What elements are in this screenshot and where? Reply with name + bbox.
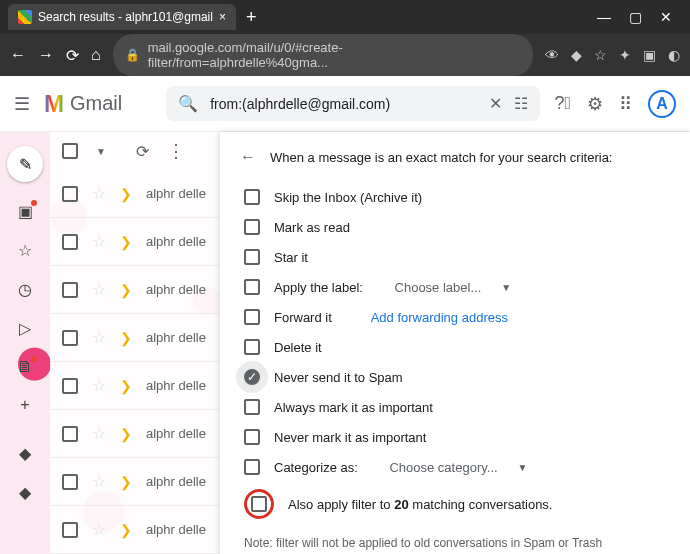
matching-count: 20 bbox=[394, 497, 408, 512]
star-icon[interactable]: ☆ bbox=[92, 424, 106, 443]
inbox-icon[interactable]: ▣ bbox=[18, 202, 33, 221]
checkbox[interactable] bbox=[244, 459, 260, 475]
drafts-icon[interactable]: 🗎 bbox=[17, 358, 33, 376]
main-menu-icon[interactable]: ☰ bbox=[14, 93, 30, 115]
row-checkbox[interactable] bbox=[62, 234, 78, 250]
chevron-down-icon[interactable]: ▼ bbox=[518, 462, 528, 473]
snoozed-icon[interactable]: ◷ bbox=[18, 280, 32, 299]
checkbox[interactable] bbox=[244, 309, 260, 325]
star-icon[interactable]: ☆ bbox=[92, 232, 106, 251]
refresh-icon[interactable]: ⟳ bbox=[136, 142, 149, 161]
gmail-logo[interactable]: M Gmail bbox=[44, 90, 122, 118]
star-icon[interactable]: ☆ bbox=[92, 184, 106, 203]
important-marker-icon[interactable]: ❯ bbox=[120, 522, 132, 538]
checkbox[interactable] bbox=[251, 496, 267, 512]
star-icon[interactable]: ☆ bbox=[92, 328, 106, 347]
important-marker-icon[interactable]: ❯ bbox=[120, 330, 132, 346]
sent-icon[interactable]: ▷ bbox=[19, 319, 31, 338]
star-icon[interactable]: ☆ bbox=[92, 376, 106, 395]
row-checkbox[interactable] bbox=[62, 522, 78, 538]
select-dropdown-icon[interactable]: ▼ bbox=[96, 146, 106, 157]
search-icon[interactable]: 🔍 bbox=[178, 94, 198, 113]
select-all-checkbox[interactable] bbox=[62, 143, 78, 159]
checkbox[interactable] bbox=[244, 249, 260, 265]
option-skip-inbox[interactable]: Skip the Inbox (Archive it) bbox=[240, 182, 670, 212]
eye-extension-icon[interactable]: 👁 bbox=[545, 47, 559, 63]
add-forwarding-link[interactable]: Add forwarding address bbox=[371, 310, 508, 325]
sender: alphr delle bbox=[146, 522, 206, 537]
maximize-button[interactable]: ▢ bbox=[629, 9, 642, 25]
sender: alphr delle bbox=[146, 474, 206, 489]
box-extension-icon[interactable]: ▣ bbox=[643, 47, 656, 63]
label-select[interactable]: Choose label... bbox=[395, 280, 482, 295]
more-menu-icon[interactable]: ⋮ bbox=[167, 140, 185, 162]
highlight-annotation bbox=[244, 489, 274, 519]
gmail-logo-icon: M bbox=[44, 90, 64, 118]
checkbox[interactable] bbox=[244, 279, 260, 295]
back-button[interactable]: ← bbox=[10, 46, 26, 64]
shield-extension-icon[interactable]: ◆ bbox=[571, 47, 582, 63]
gmail-header: ☰ M Gmail 🔍 from:(alphrdelle@gmail.com) … bbox=[0, 76, 690, 132]
option-mark-read[interactable]: Mark as read bbox=[240, 212, 670, 242]
settings-gear-icon[interactable]: ⚙ bbox=[587, 93, 603, 115]
star-icon[interactable]: ☆ bbox=[92, 472, 106, 491]
puzzle-extension-icon[interactable]: ✦ bbox=[619, 47, 631, 63]
star-icon[interactable]: ☆ bbox=[92, 280, 106, 299]
browser-tab[interactable]: Search results - alphr101@gmail × bbox=[8, 4, 236, 30]
label-icon-1[interactable]: ◆ bbox=[19, 444, 31, 463]
checkbox[interactable] bbox=[244, 429, 260, 445]
important-marker-icon[interactable]: ❯ bbox=[120, 186, 132, 202]
url-bar[interactable]: 🔒 mail.google.com/mail/u/0/#create-filte… bbox=[113, 34, 533, 76]
clear-search-icon[interactable]: ✕ bbox=[489, 94, 502, 113]
option-delete-it[interactable]: Delete it bbox=[240, 332, 670, 362]
account-avatar[interactable]: A bbox=[648, 90, 676, 118]
back-arrow-icon[interactable]: ← bbox=[240, 148, 256, 166]
important-marker-icon[interactable]: ❯ bbox=[120, 378, 132, 394]
support-icon[interactable]: ?⃝ bbox=[554, 93, 571, 114]
important-marker-icon[interactable]: ❯ bbox=[120, 234, 132, 250]
close-tab-icon[interactable]: × bbox=[219, 10, 226, 24]
option-apply-label[interactable]: Apply the label: Choose label...▼ bbox=[240, 272, 670, 302]
close-window-button[interactable]: ✕ bbox=[660, 9, 672, 25]
row-checkbox[interactable] bbox=[62, 474, 78, 490]
star-bookmark-icon[interactable]: ☆ bbox=[594, 47, 607, 63]
row-checkbox[interactable] bbox=[62, 282, 78, 298]
search-options-icon[interactable]: ☷ bbox=[514, 94, 528, 113]
row-checkbox[interactable] bbox=[62, 330, 78, 346]
checkbox-checked[interactable]: ✓ bbox=[244, 369, 260, 385]
option-never-spam[interactable]: ✓Never send it to Spam bbox=[240, 362, 670, 392]
important-marker-icon[interactable]: ❯ bbox=[120, 474, 132, 490]
forward-button[interactable]: → bbox=[38, 46, 54, 64]
checkbox[interactable] bbox=[244, 219, 260, 235]
chevron-down-icon[interactable]: ▼ bbox=[501, 282, 511, 293]
checkbox[interactable] bbox=[244, 399, 260, 415]
row-checkbox[interactable] bbox=[62, 378, 78, 394]
checkbox[interactable] bbox=[244, 339, 260, 355]
checkbox[interactable] bbox=[244, 189, 260, 205]
row-checkbox[interactable] bbox=[62, 186, 78, 202]
search-bar[interactable]: 🔍 from:(alphrdelle@gmail.com) ✕ ☷ bbox=[166, 86, 540, 121]
apps-grid-icon[interactable]: ⠿ bbox=[619, 93, 632, 115]
profile-extension-icon[interactable]: ◐ bbox=[668, 47, 680, 63]
new-tab-button[interactable]: + bbox=[246, 7, 257, 28]
option-categorize[interactable]: Categorize as: Choose category...▼ bbox=[240, 452, 670, 482]
option-always-important[interactable]: Always mark it as important bbox=[240, 392, 670, 422]
search-input[interactable]: from:(alphrdelle@gmail.com) bbox=[210, 96, 477, 112]
reload-button[interactable]: ⟳ bbox=[66, 46, 79, 65]
label-icon-2[interactable]: ◆ bbox=[19, 483, 31, 502]
option-forward-it[interactable]: Forward it Add forwarding address bbox=[240, 302, 670, 332]
important-marker-icon[interactable]: ❯ bbox=[120, 426, 132, 442]
option-never-important[interactable]: Never mark it as important bbox=[240, 422, 670, 452]
option-star-it[interactable]: Star it bbox=[240, 242, 670, 272]
important-marker-icon[interactable]: ❯ bbox=[120, 282, 132, 298]
star-icon[interactable]: ☆ bbox=[92, 520, 106, 539]
compose-button[interactable]: ✎ bbox=[7, 146, 43, 182]
starred-icon[interactable]: ☆ bbox=[18, 241, 32, 260]
category-select[interactable]: Choose category... bbox=[389, 460, 497, 475]
option-apply-existing[interactable]: Also apply filter to 20 matching convers… bbox=[240, 482, 670, 526]
more-plus-icon[interactable]: + bbox=[20, 396, 29, 414]
row-checkbox[interactable] bbox=[62, 426, 78, 442]
home-button[interactable]: ⌂ bbox=[91, 46, 101, 64]
sender: alphr delle bbox=[146, 426, 206, 441]
minimize-button[interactable]: ― bbox=[597, 9, 611, 25]
